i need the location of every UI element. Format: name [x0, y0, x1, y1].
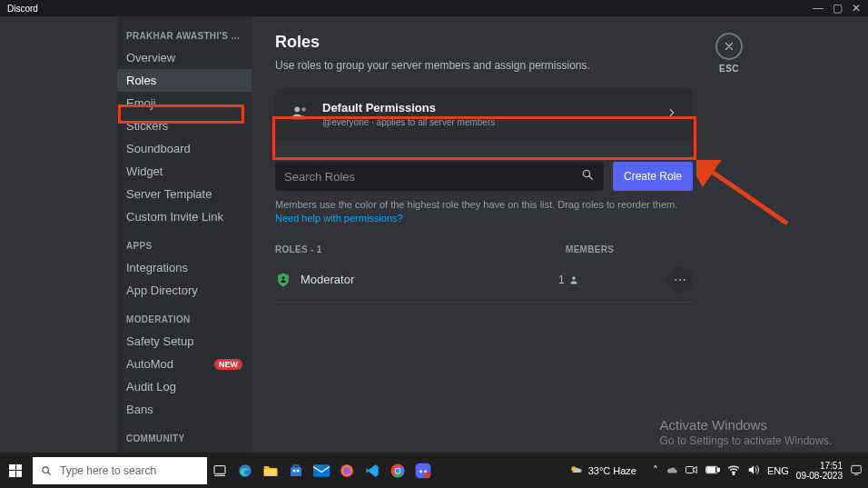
members-icon [290, 103, 310, 126]
svg-point-25 [425, 472, 431, 478]
svg-point-23 [419, 470, 422, 473]
window-titlebar: Discord — ▢ ✕ [0, 0, 868, 16]
meet-now-icon[interactable] [686, 464, 698, 477]
start-button[interactable] [0, 453, 31, 488]
close-icon [715, 33, 743, 60]
sidebar-item-label: Custom Invite Link [126, 210, 223, 224]
language-indicator[interactable]: ENG [767, 465, 789, 476]
sidebar-item-widget[interactable]: Widget [117, 160, 252, 183]
sidebar-item-safety-setup[interactable]: Safety Setup [117, 330, 252, 353]
onedrive-icon[interactable] [666, 463, 678, 478]
weather-widget[interactable]: 33°C Haze [568, 463, 636, 478]
roles-column-header: ROLES - 1 [275, 244, 566, 254]
microsoft-store-icon[interactable] [283, 457, 309, 484]
svg-rect-14 [313, 464, 330, 477]
sidebar-item-emoji[interactable]: Emoji [117, 92, 252, 115]
battery-icon[interactable] [705, 465, 720, 476]
svg-point-3 [282, 276, 285, 279]
esc-label: ESC [715, 64, 743, 74]
sidebar-item-audit-log[interactable]: Audit Log [117, 375, 252, 398]
role-row[interactable]: Moderator 1 ⋯ [275, 267, 693, 303]
search-icon [40, 464, 53, 477]
taskbar-search-placeholder: Type here to search [60, 464, 156, 477]
window-controls: — ▢ ✕ [813, 2, 861, 15]
minimize-button[interactable]: — [813, 2, 824, 15]
role-more-button[interactable]: ⋯ [667, 267, 693, 293]
help-link[interactable]: Need help with permissions? [275, 213, 403, 224]
svg-point-16 [343, 467, 350, 474]
sidebar-item-label: Stickers [126, 119, 168, 133]
sidebar-heading-moderation: MODERATION [117, 314, 252, 330]
sidebar-item-label: App Directory [126, 284, 198, 297]
sidebar-item-label: Integrations [126, 261, 188, 274]
windows-logo-icon [9, 464, 22, 477]
sidebar-item-app-directory[interactable]: App Directory [117, 279, 252, 302]
app-body: PRAKHAR AWASTHI'S SERV… Overview Roles E… [0, 16, 868, 453]
page-description: Use roles to group your server members a… [275, 59, 868, 72]
role-name: Moderator [301, 273, 558, 286]
member-count-value: 1 [558, 274, 565, 286]
sidebar-item-soundboard[interactable]: Soundboard [117, 137, 252, 160]
clock-time: 17:51 [820, 461, 843, 471]
search-roles-input[interactable] [284, 170, 580, 184]
clock-date: 09-08-2023 [796, 471, 843, 481]
sidebar-heading-apps: APPS [117, 241, 252, 256]
default-permissions-text: Default Permissions @everyone · applies … [322, 101, 495, 127]
sidebar-item-integrations[interactable]: Integrations [117, 256, 252, 279]
sidebar-item-custom-invite-link[interactable]: Custom Invite Link [117, 205, 252, 228]
tray-chevron-icon[interactable]: ˄ [653, 464, 658, 476]
firefox-icon[interactable] [334, 457, 360, 484]
settings-content: Roles Use roles to group your server mem… [252, 16, 868, 453]
vscode-icon[interactable] [360, 457, 385, 484]
default-permissions-card[interactable]: Default Permissions @everyone · applies … [275, 88, 693, 140]
sidebar-item-roles[interactable]: Roles [117, 69, 252, 92]
task-view-button[interactable] [207, 457, 232, 484]
svg-rect-27 [686, 466, 694, 473]
sidebar-item-overview[interactable]: Overview [117, 46, 252, 69]
svg-rect-32 [852, 465, 862, 473]
svg-rect-30 [707, 467, 715, 472]
sidebar-item-label: Audit Log [126, 380, 176, 393]
settings-sidebar: PRAKHAR AWASTHI'S SERV… Overview Roles E… [117, 16, 252, 453]
taskbar-search[interactable]: Type here to search [33, 457, 207, 484]
taskbar-clock[interactable]: 17:51 09-08-2023 [796, 461, 843, 481]
activate-windows-watermark: Activate Windows Go to Settings to activ… [660, 417, 832, 447]
app-name: Discord [7, 4, 38, 14]
svg-rect-9 [264, 469, 278, 475]
sidebar-item-stickers[interactable]: Stickers [117, 115, 252, 137]
chevron-right-icon [666, 106, 678, 123]
volume-icon[interactable] [747, 464, 760, 477]
search-row: Create Role [275, 162, 693, 191]
weather-text: 33°C Haze [588, 465, 636, 476]
sidebar-item-label: Safety Setup [126, 334, 193, 348]
file-explorer-icon[interactable] [258, 457, 283, 484]
search-roles-box[interactable] [275, 162, 604, 191]
close-settings-button[interactable]: ESC [715, 33, 743, 74]
svg-rect-7 [214, 465, 225, 473]
sidebar-item-label: AutoMod [126, 357, 173, 371]
weather-icon [568, 463, 583, 478]
discord-taskbar-icon[interactable] [410, 457, 436, 484]
svg-rect-10 [291, 467, 301, 476]
svg-point-0 [294, 106, 300, 112]
sidebar-item-server-template[interactable]: Server Template [117, 183, 252, 205]
close-button[interactable]: ✕ [852, 2, 861, 15]
notifications-icon[interactable] [850, 463, 863, 478]
sidebar-item-bans[interactable]: Bans [117, 398, 252, 421]
sidebar-item-automod[interactable]: AutoModNEW [117, 353, 252, 375]
role-member-count: 1 [558, 274, 667, 286]
sidebar-item-label: Bans [126, 403, 153, 416]
person-icon [568, 274, 579, 285]
windows-taskbar: Type here to search 33°C Haze ˄ ENG 17:5… [0, 453, 868, 488]
wifi-icon[interactable] [727, 464, 740, 477]
help-text-prefix: Members use the color of the highest rol… [275, 199, 677, 210]
edge-icon[interactable] [232, 457, 258, 484]
search-icon [580, 167, 595, 185]
create-role-button[interactable]: Create Role [613, 162, 693, 191]
page-title: Roles [275, 33, 868, 52]
chrome-icon[interactable] [385, 457, 410, 484]
maximize-button[interactable]: ▢ [833, 2, 843, 15]
mail-icon[interactable] [309, 457, 334, 484]
svg-point-6 [43, 466, 48, 472]
sidebar-item-label: Soundboard [126, 142, 191, 155]
